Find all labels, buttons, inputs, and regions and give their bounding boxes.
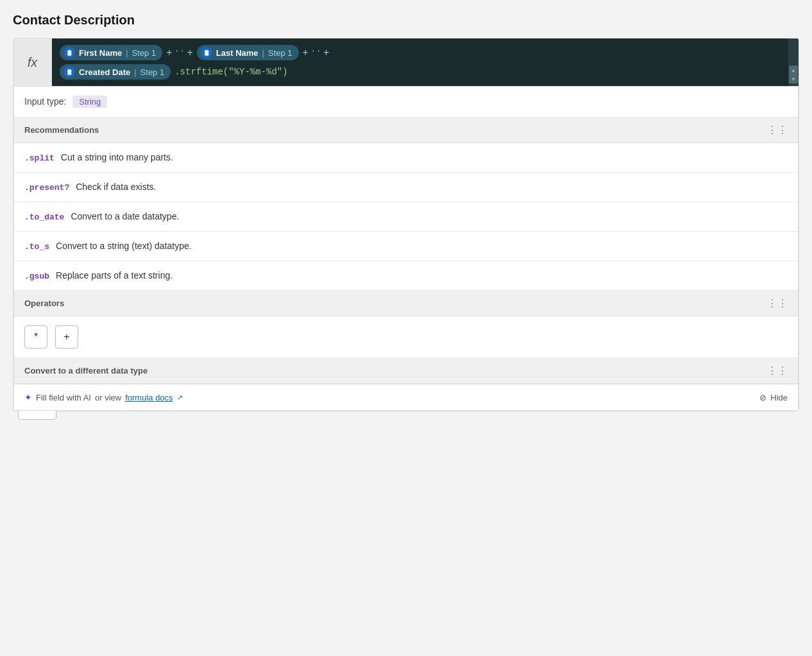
recommendations-title: Recommendations [24, 125, 99, 135]
operators-section: * + [14, 316, 798, 358]
formula-op-plus-1: + [166, 47, 172, 58]
convert-section: Convert to a different data type ⋮⋮ [14, 358, 798, 384]
page-title: Contact Description [13, 13, 799, 28]
operator-star-btn[interactable]: * [24, 325, 47, 349]
scroll-down-btn[interactable]: ▼ [789, 74, 798, 83]
rec-desc-to-date: Convert to a date datatype. [71, 211, 179, 221]
rec-desc-present: Check if data exists. [76, 182, 156, 192]
ai-icon: ✦ [24, 392, 32, 402]
rec-code-present: .present? [24, 183, 69, 193]
formula-tick-4: ' [317, 48, 319, 58]
input-type-label: Input type: [24, 96, 66, 107]
formula-bar: fx First Name | Step 1 + [13, 39, 799, 87]
fill-ai-text[interactable]: Fill field with AI [36, 393, 91, 402]
rec-code-to-date: .to_date [24, 212, 64, 222]
formula-tick-2: ' [182, 48, 183, 58]
rec-desc-split: Cut a string into many parts. [61, 152, 173, 162]
operators-header: Operators ⋮⋮ [14, 291, 798, 316]
footer-left: ✦ Fill field with AI or view formula doc… [24, 392, 183, 402]
recommendations-header: Recommendations ⋮⋮ [14, 117, 798, 143]
scroll-up-btn[interactable]: ▲ [789, 65, 798, 74]
formula-strftime[interactable]: .strftime("%Y-%m-%d") [174, 67, 287, 77]
convert-collapse-icon[interactable]: ⋮⋮ [767, 365, 788, 377]
token-first-name[interactable]: First Name | Step 1 [60, 45, 162, 60]
dropdown-panel: Input type: String Recommendations ⋮⋮ .s… [13, 87, 799, 411]
rec-code-split: .split [24, 153, 55, 163]
token-last-name[interactable]: Last Name | Step 1 [197, 45, 299, 60]
operator-plus-btn[interactable]: + [55, 325, 78, 349]
formula-scrollbar[interactable]: ▲ ▼ [788, 39, 799, 86]
formula-row-1: First Name | Step 1 + ' ' + L [60, 45, 791, 60]
input-type-bar: Input type: String [14, 87, 798, 117]
formula-editor[interactable]: First Name | Step 1 + ' ' + L [52, 39, 799, 86]
editor-outer: fx First Name | Step 1 + [13, 38, 799, 411]
input-type-badge: String [72, 96, 107, 108]
rec-item-present[interactable]: .present? Check if data exists. [14, 173, 798, 202]
hide-icon: ⊘ [759, 393, 766, 402]
rec-desc-gsub: Replace parts of a text string. [56, 270, 173, 281]
rec-code-to-s: .to_s [24, 242, 49, 252]
token-created-date-label: Created Date [79, 67, 130, 77]
formula-op-plus-4: + [323, 47, 329, 58]
footer-bar: ✦ Fill field with AI or view formula doc… [14, 384, 798, 410]
token-divider-1: | [126, 48, 128, 58]
formula-op-plus-2: + [187, 47, 193, 58]
rec-desc-to-s: Convert to a string (text) datatype. [56, 241, 192, 251]
footer-or-text: or view [95, 393, 121, 402]
recommendations-collapse-icon[interactable]: ⋮⋮ [767, 124, 788, 136]
rec-code-gsub: .gsub [24, 272, 49, 281]
page-container: Contact Description fx First Name | [0, 0, 812, 656]
fx-label: fx [13, 39, 52, 86]
token-step-2: Step 1 [268, 48, 292, 58]
footer-right[interactable]: ⊘ Hide [759, 393, 788, 402]
formula-op-plus-3: + [303, 47, 309, 58]
formula-tick-1: ' [176, 48, 178, 58]
salesforce-icon-1 [63, 47, 75, 58]
token-last-name-label: Last Name [216, 48, 258, 58]
formula-docs-link[interactable]: formula docs [125, 393, 173, 402]
external-link-icon: ↗ [177, 393, 183, 402]
operators-collapse-icon[interactable]: ⋮⋮ [767, 297, 788, 309]
formula-row-2: Created Date | Step 1 .strftime("%Y-%m-%… [60, 64, 791, 80]
token-first-name-label: First Name [79, 48, 122, 58]
formula-tick-3: ' [312, 48, 314, 58]
rec-item-split[interactable]: .split Cut a string into many parts. [14, 143, 798, 173]
operators-title: Operators [24, 298, 64, 308]
salesforce-icon-3 [63, 66, 75, 78]
token-divider-3: | [134, 67, 136, 77]
hide-text[interactable]: Hide [770, 393, 788, 402]
rec-item-gsub[interactable]: .gsub Replace parts of a text string. [14, 261, 798, 291]
rec-item-to-date[interactable]: .to_date Convert to a date datatype. [14, 202, 798, 232]
token-step-3: Step 1 [140, 67, 165, 77]
token-divider-2: | [262, 48, 264, 58]
salesforce-icon-2 [201, 47, 212, 58]
convert-title: Convert to a different data type [24, 366, 148, 375]
rec-item-to-s[interactable]: .to_s Convert to a string (text) datatyp… [14, 232, 798, 261]
token-created-date[interactable]: Created Date | Step 1 [60, 64, 171, 80]
token-step-1: Step 1 [132, 48, 156, 58]
